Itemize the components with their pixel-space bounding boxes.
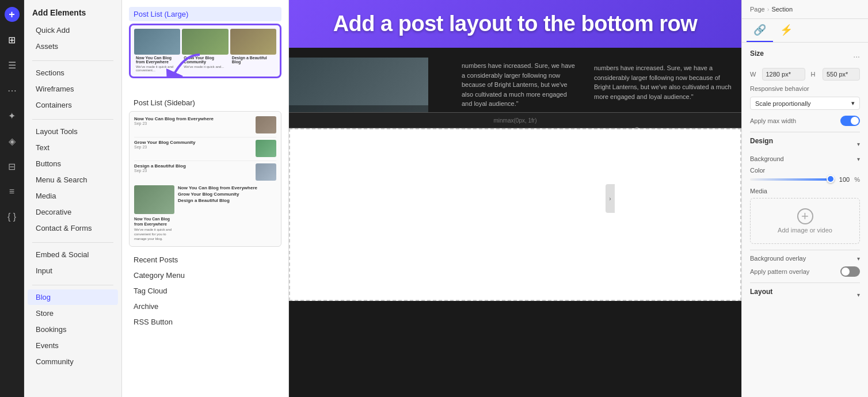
background-label: Background — [750, 155, 784, 162]
media-label: Media — [750, 188, 860, 194]
divider-rp-3 — [750, 283, 860, 283]
color-slider-thumb[interactable] — [827, 175, 835, 183]
sidebar-item-community[interactable]: Community — [28, 354, 118, 369]
height-label: H — [811, 71, 820, 78]
tab-settings[interactable]: ⚡ — [773, 19, 800, 42]
grid2-icon[interactable]: ⊟ — [5, 159, 20, 174]
collapse-chevron-icon: › — [609, 196, 611, 202]
breadcrumb-separator: › — [767, 6, 770, 13]
layers-icon[interactable]: ☰ — [5, 58, 20, 72]
apply-pattern-overlay-label: Apply pattern overlay — [750, 268, 809, 275]
sidebar-item-layout-tools[interactable]: Layout Tools — [28, 124, 118, 139]
sidebar-item-menu-search[interactable]: Menu & Search — [28, 172, 118, 188]
element-post-list-sidebar[interactable]: Post List (Sidebar) — [129, 96, 281, 110]
color-value: 100 — [839, 176, 850, 183]
sidebar-item-store[interactable]: Store — [28, 306, 118, 321]
sidebar-featured: Now You Can Blog from Everywhere We've m… — [134, 185, 276, 242]
minmax-text: minmax(0px, 1fr) — [493, 117, 536, 124]
sidebar-item-events[interactable]: Events — [28, 338, 118, 353]
sidebar-post-row-2: Grow Your Blog Community Sep 23 — [134, 140, 276, 157]
bg-overlay-section[interactable]: Background overlay ▾ — [750, 255, 860, 262]
apply-max-width-row: Apply max width — [750, 116, 860, 126]
canvas-image-row: numbers have increased. Sure, we have a … — [289, 58, 741, 112]
breadcrumb-section: Section — [771, 6, 793, 13]
color-slider-row: 100 % — [750, 176, 860, 183]
size-section-header: Size ··· — [750, 49, 860, 63]
responsive-row: Responsive behavior — [750, 85, 860, 92]
tutorial-banner: Add a post layout to the bottom row — [289, 0, 741, 48]
panel-collapse-button[interactable]: › — [606, 184, 615, 213]
sidebar-item-assets[interactable]: Assets — [28, 39, 118, 54]
apply-max-width-toggle[interactable] — [840, 116, 860, 126]
responsive-dropdown[interactable]: Scale proportionally ▾ — [750, 97, 860, 110]
sidebar-item-quick-add[interactable]: Quick Add — [28, 22, 118, 38]
sidebar-item-wireframes[interactable]: Wireframes — [28, 81, 118, 97]
post-list-large-preview[interactable]: Now You Can Blog from Everywhere We've m… — [129, 24, 281, 78]
sidebar-featured-left: Now You Can Blog from Everywhere We've m… — [134, 185, 174, 242]
post-list-sidebar-preview[interactable]: Now You Can Blog from Everywhere Sep 23 … — [129, 111, 281, 247]
sidebar-item-blog[interactable]: Blog — [28, 289, 118, 305]
element-recent-posts[interactable]: Recent Posts — [129, 253, 281, 267]
sidebar-post-thumb-2 — [256, 140, 276, 157]
design-chevron-icon: ▾ — [857, 141, 860, 147]
color-slider-track[interactable] — [750, 178, 835, 181]
height-input[interactable] — [823, 68, 860, 81]
sidebar-item-text[interactable]: Text — [28, 140, 118, 155]
right-panel-header: Page › Section — [742, 0, 868, 19]
element-tag-cloud[interactable]: Tag Cloud — [129, 284, 281, 298]
width-input[interactable] — [762, 68, 805, 81]
main-canvas: Add a post layout to the bottom row numb… — [289, 0, 741, 397]
element-archive[interactable]: Archive — [129, 299, 281, 314]
color-pct: % — [854, 176, 860, 183]
list-icon[interactable]: ≡ — [5, 184, 20, 199]
layout-section-header[interactable]: Layout ▾ — [750, 288, 860, 301]
size-more-icon[interactable]: ··· — [853, 52, 860, 61]
sidebar-item-containers[interactable]: Containers — [28, 97, 118, 113]
divider-3 — [32, 242, 113, 243]
minmax-row: minmax(0px, 1fr) — [289, 112, 741, 128]
background-section-header[interactable]: Background ▾ — [750, 155, 860, 162]
star-icon[interactable]: ✦ — [5, 108, 20, 123]
sidebar-item-bookings[interactable]: Bookings — [28, 322, 118, 337]
add-media-box[interactable]: + Add image or video — [750, 198, 860, 244]
grid-icon[interactable]: ⊞ — [5, 32, 20, 47]
element-rss-button[interactable]: RSS Button — [129, 315, 281, 329]
tutorial-banner-text: Add a post layout to the bottom row — [312, 12, 718, 36]
element-category-menu[interactable]: Category Menu — [129, 268, 281, 283]
sidebar-item-sections[interactable]: Sections — [28, 65, 118, 81]
divider-4 — [32, 285, 113, 285]
divider-1 — [32, 60, 113, 61]
divider-rp-1 — [750, 132, 860, 132]
canvas-text-1: numbers have increased. Sure, we have a … — [429, 58, 585, 112]
breadcrumb-page[interactable]: Page — [750, 6, 765, 13]
users-icon[interactable]: ⋯ — [5, 83, 20, 98]
panel-title: Add Elements — [24, 0, 121, 22]
add-icon[interactable]: + — [5, 7, 20, 22]
sidebar-item-buttons[interactable]: Buttons — [28, 156, 118, 171]
chart-icon[interactable]: ◈ — [5, 133, 20, 148]
sidebar-post-row-3: Design a Beautiful Blog Sep 23 — [134, 163, 276, 181]
divider-2 — [32, 119, 113, 120]
design-section-header[interactable]: Design ▾ — [750, 137, 860, 151]
sidebar-post-row-1: Now You Can Blog from Everywhere Sep 23 — [134, 116, 276, 133]
sidebar-item-contact-forms[interactable]: Contact & Forms — [28, 220, 118, 236]
element-post-list-large[interactable]: Post List (Large) — [129, 7, 281, 21]
element-browser: Post List (Large) Now You Can Blog from … — [122, 0, 289, 397]
sidebar-item-embed-social[interactable]: Embed & Social — [28, 247, 118, 262]
apply-pattern-overlay-toggle[interactable] — [840, 266, 860, 277]
right-panel-body: Size ··· W H Responsive behavior Scale p… — [742, 43, 868, 397]
apply-pattern-overlay-row: Apply pattern overlay — [750, 266, 860, 277]
sidebar-post-thumb-1 — [256, 116, 276, 133]
bg-overlay-label: Background overlay — [750, 255, 806, 262]
breadcrumb: Page › Section — [750, 6, 793, 13]
sidebar-item-decorative[interactable]: Decorative — [28, 204, 118, 220]
code-icon[interactable]: { } — [5, 209, 20, 224]
tab-design[interactable]: 🔗 — [747, 19, 773, 42]
size-inputs-row: W H — [750, 68, 860, 81]
divider-rp-2 — [750, 250, 860, 250]
sidebar-item-media[interactable]: Media — [28, 188, 118, 204]
responsive-label: Responsive behavior — [750, 85, 809, 92]
canvas-bottom-area[interactable] — [289, 128, 741, 301]
sidebar-item-input[interactable]: Input — [28, 263, 118, 278]
design-label: Design — [750, 137, 773, 145]
